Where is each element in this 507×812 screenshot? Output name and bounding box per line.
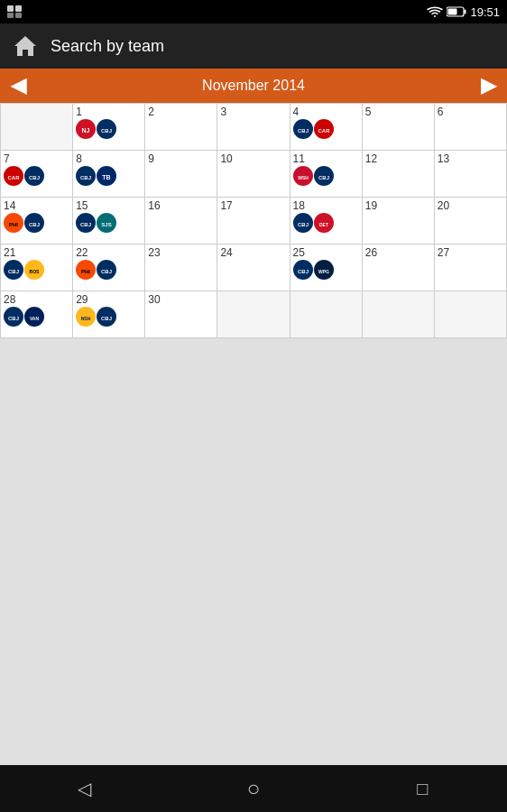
day-cell[interactable]: 28CBJVAN: [1, 291, 73, 338]
day-cell[interactable]: 7CARCBJ: [1, 151, 73, 198]
team-logo-van[interactable]: VAN: [24, 307, 44, 330]
team-logo-cbj[interactable]: CBJ: [97, 307, 116, 330]
calendar-wrap: 1NJCBJ234CBJCAR567CARCBJ8CBJTB91011WSHCB…: [0, 103, 507, 338]
day-number: 18: [293, 199, 359, 212]
team-logo-cbj[interactable]: CBJ: [314, 166, 334, 189]
prev-month-button[interactable]: ◀: [4, 76, 33, 96]
day-cell[interactable]: 24: [217, 245, 290, 291]
day-cell[interactable]: 9: [145, 151, 217, 198]
team-logo-car[interactable]: CAR: [314, 119, 334, 143]
team-logo-cbj[interactable]: CBJ: [4, 260, 23, 283]
day-number: 6: [438, 106, 503, 118]
content-area: [0, 338, 507, 765]
day-number: 23: [148, 246, 214, 259]
team-logo-cbj[interactable]: CBJ: [293, 260, 313, 283]
day-number: 28: [4, 293, 69, 306]
team-logo-bos[interactable]: BOS: [24, 260, 44, 283]
team-logo-sjs[interactable]: SJS: [97, 213, 116, 236]
team-logos: NSHCBJ: [76, 307, 142, 330]
day-cell[interactable]: 16: [145, 198, 217, 245]
day-cell[interactable]: 1NJCBJ: [73, 104, 145, 151]
day-cell[interactable]: 3: [217, 104, 290, 151]
home-icon: [13, 33, 38, 59]
wifi-icon: [427, 5, 443, 18]
team-logo-cbj[interactable]: CBJ: [24, 166, 44, 189]
day-cell[interactable]: 12: [363, 151, 435, 198]
back-button[interactable]: ◁: [58, 770, 112, 807]
day-cell[interactable]: 5: [363, 104, 435, 151]
svg-rect-5: [465, 10, 466, 14]
team-logo-wpg[interactable]: WPG: [314, 260, 334, 283]
team-logo-cbj[interactable]: CBJ: [76, 166, 96, 189]
team-logo-det[interactable]: DET: [314, 213, 334, 236]
day-cell: [217, 291, 290, 338]
day-cell: [363, 291, 435, 338]
day-cell[interactable]: 15CBJSJS: [73, 198, 145, 245]
svg-text:PHI: PHI: [81, 269, 90, 274]
day-number: 4: [293, 106, 359, 118]
day-cell[interactable]: 11WSHCBJ: [290, 151, 363, 198]
team-logos: PHICBJ: [4, 213, 69, 236]
day-cell[interactable]: 26: [363, 245, 435, 291]
svg-text:CBJ: CBJ: [80, 222, 91, 227]
day-cell[interactable]: 21CBJBOS: [1, 245, 73, 291]
team-logo-wsh[interactable]: WSH: [293, 166, 313, 189]
team-logos: CBJTB: [76, 166, 142, 189]
day-cell[interactable]: 30: [145, 291, 217, 338]
day-cell[interactable]: 4CBJCAR: [290, 104, 363, 151]
day-cell[interactable]: 2: [145, 104, 217, 151]
day-cell[interactable]: 14PHICBJ: [1, 198, 73, 245]
day-cell[interactable]: 19: [363, 198, 435, 245]
team-logo-cbj[interactable]: CBJ: [24, 213, 44, 236]
calendar-grid: 1NJCBJ234CBJCAR567CARCBJ8CBJTB91011WSHCB…: [0, 103, 507, 338]
home-nav-button[interactable]: ○: [226, 770, 281, 807]
home-button[interactable]: [9, 30, 41, 62]
svg-text:NSH: NSH: [81, 316, 91, 321]
svg-text:VAN: VAN: [30, 316, 40, 321]
team-logo-tb[interactable]: TB: [97, 166, 116, 189]
status-bar: 19:51: [0, 0, 507, 23]
day-cell[interactable]: 17: [217, 198, 290, 245]
team-logo-nj[interactable]: NJ: [76, 119, 96, 143]
day-number: 14: [4, 199, 69, 212]
day-cell[interactable]: 8CBJTB: [73, 151, 145, 198]
day-number: 22: [76, 246, 142, 259]
day-cell[interactable]: 29NSHCBJ: [73, 291, 145, 338]
day-cell[interactable]: 22PHICBJ: [73, 245, 145, 291]
team-logo-cbj[interactable]: CBJ: [97, 260, 116, 283]
day-cell[interactable]: 27: [435, 245, 507, 291]
day-cell[interactable]: 6: [435, 104, 507, 151]
day-cell[interactable]: 20: [435, 198, 507, 245]
recent-apps-button[interactable]: □: [395, 770, 449, 807]
team-logo-cbj[interactable]: CBJ: [293, 213, 313, 236]
day-cell[interactable]: 10: [217, 151, 290, 198]
bottom-bar: ◁ ○ □: [0, 765, 507, 812]
day-number: 3: [220, 106, 286, 118]
next-month-button[interactable]: ▶: [474, 76, 503, 96]
team-logo-cbj[interactable]: CBJ: [4, 307, 23, 330]
day-cell[interactable]: 25CBJWPG: [290, 245, 363, 291]
team-logo-car[interactable]: CAR: [4, 166, 23, 189]
team-logo-cbj[interactable]: CBJ: [97, 119, 116, 143]
team-logos: CBJBOS: [4, 260, 69, 283]
day-number: 19: [365, 199, 431, 212]
team-logo-cbj[interactable]: CBJ: [76, 213, 96, 236]
day-number: 27: [438, 246, 503, 259]
team-logo-phi[interactable]: PHI: [4, 213, 23, 236]
day-cell[interactable]: 23: [145, 245, 217, 291]
team-logo-phi[interactable]: PHI: [76, 260, 96, 283]
team-logos: CBJDET: [293, 213, 359, 236]
day-number: 10: [220, 152, 286, 165]
day-cell[interactable]: 13: [435, 151, 507, 198]
day-number: 11: [293, 152, 359, 165]
svg-text:CBJ: CBJ: [298, 128, 309, 134]
day-cell[interactable]: 18CBJDET: [290, 198, 363, 245]
svg-text:CBJ: CBJ: [8, 269, 19, 274]
day-number: 24: [220, 246, 286, 259]
svg-marker-7: [14, 36, 36, 56]
team-logo-nsh[interactable]: NSH: [76, 307, 96, 330]
day-number: 8: [76, 152, 142, 165]
svg-text:TB: TB: [102, 174, 110, 180]
team-logo-cbj[interactable]: CBJ: [293, 119, 313, 143]
battery-icon: [447, 6, 466, 17]
